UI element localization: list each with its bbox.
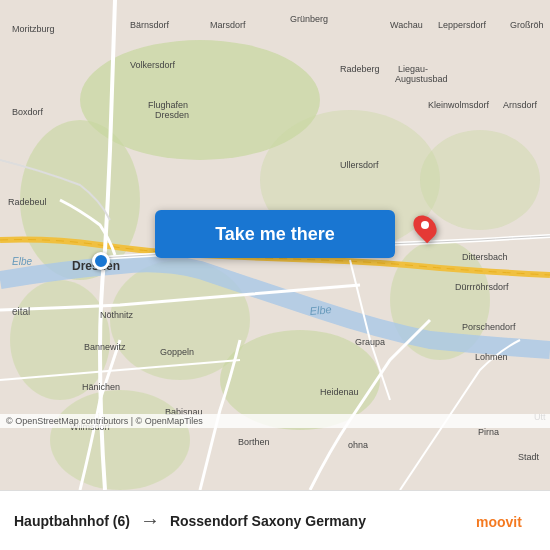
svg-text:Lohmen: Lohmen xyxy=(475,352,508,362)
svg-text:Volkersdorf: Volkersdorf xyxy=(130,60,176,70)
svg-point-7 xyxy=(420,130,540,230)
svg-text:ohna: ohna xyxy=(348,440,368,450)
svg-text:Radebeul: Radebeul xyxy=(8,197,47,207)
svg-text:Heidenau: Heidenau xyxy=(320,387,359,397)
destination-marker xyxy=(415,214,435,240)
svg-text:Dittersbach: Dittersbach xyxy=(462,252,508,262)
svg-text:Elbe: Elbe xyxy=(309,303,332,317)
map-attribution: © OpenStreetMap contributors | © OpenMap… xyxy=(0,414,550,428)
moovit-logo: moovit xyxy=(476,507,536,535)
svg-text:Graupa: Graupa xyxy=(355,337,385,347)
svg-text:Leppersdorf: Leppersdorf xyxy=(438,20,487,30)
svg-text:Wachau: Wachau xyxy=(390,20,423,30)
origin-marker xyxy=(92,252,110,270)
route-to: Rossendorf Saxony Germany xyxy=(170,513,476,529)
svg-text:moovit: moovit xyxy=(476,514,522,530)
svg-text:Borthen: Borthen xyxy=(238,437,270,447)
svg-text:Moritzburg: Moritzburg xyxy=(12,24,55,34)
svg-text:Augustusbad: Augustusbad xyxy=(395,74,448,84)
svg-text:Elbe: Elbe xyxy=(12,256,32,267)
svg-text:Nöthnitz: Nöthnitz xyxy=(100,310,134,320)
svg-text:Dresden: Dresden xyxy=(155,110,189,120)
svg-text:Pirna: Pirna xyxy=(478,427,499,437)
svg-text:eital: eital xyxy=(12,306,30,317)
bottom-bar: Hauptbahnhof (6) → Rossendorf Saxony Ger… xyxy=(0,490,550,550)
svg-text:Hänichen: Hänichen xyxy=(82,382,120,392)
svg-text:Radeberg: Radeberg xyxy=(340,64,380,74)
svg-text:Porschendorf: Porschendorf xyxy=(462,322,516,332)
svg-text:Arnsdorf: Arnsdorf xyxy=(503,100,538,110)
route-arrow-icon: → xyxy=(140,509,160,532)
svg-text:Stadt: Stadt xyxy=(518,452,540,462)
svg-text:Goppeln: Goppeln xyxy=(160,347,194,357)
svg-text:Dürrröhrsdorf: Dürrröhrsdorf xyxy=(455,282,509,292)
map-container: Elbe Dresden Flughafen Dresden Radebeul … xyxy=(0,0,550,490)
svg-text:Liegau-: Liegau- xyxy=(398,64,428,74)
svg-text:Flughafen: Flughafen xyxy=(148,100,188,110)
svg-text:Ullersdorf: Ullersdorf xyxy=(340,160,379,170)
svg-point-9 xyxy=(50,390,190,490)
svg-text:Boxdorf: Boxdorf xyxy=(12,107,44,117)
svg-text:Kleinwolmsdorf: Kleinwolmsdorf xyxy=(428,100,490,110)
svg-text:Grünberg: Grünberg xyxy=(290,14,328,24)
svg-text:Marsdorf: Marsdorf xyxy=(210,20,246,30)
svg-text:Bärnsdorf: Bärnsdorf xyxy=(130,20,170,30)
svg-text:Bannewitz: Bannewitz xyxy=(84,342,126,352)
route-from: Hauptbahnhof (6) xyxy=(14,513,130,529)
take-me-there-button[interactable]: Take me there xyxy=(155,210,395,258)
svg-text:Großröh: Großröh xyxy=(510,20,544,30)
